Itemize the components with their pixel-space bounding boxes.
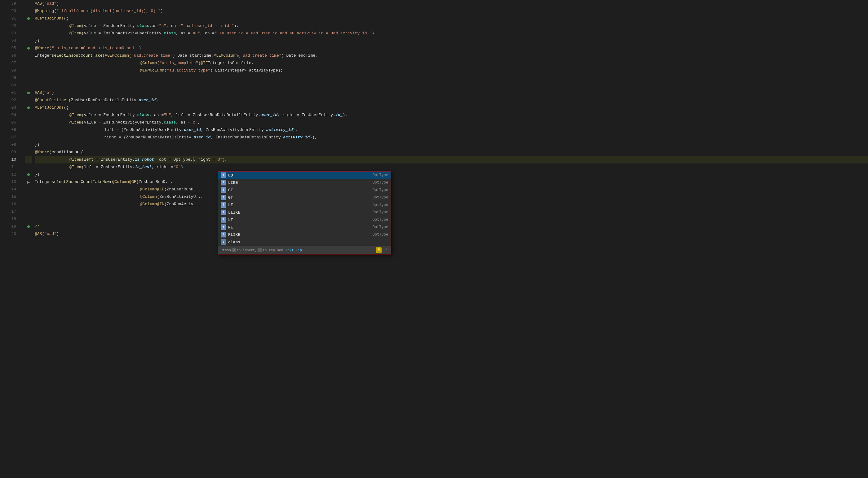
line-numbers: 89 90 91 92 93 94 95 96 97 98 99 00 01 0… <box>0 0 25 478</box>
line-num-99: 99 <box>0 74 20 82</box>
bulb-icon[interactable]: 💡 <box>376 247 382 253</box>
code-line-96: Integer selectZnsoutCountTake(@GE @Colum… <box>35 52 868 60</box>
line-num-92: 92 <box>0 22 20 30</box>
code-area: 89 90 91 92 93 94 95 96 97 98 99 00 01 0… <box>0 0 868 478</box>
autocomplete-icon-llike: f <box>221 210 226 215</box>
gutter-run-113[interactable]: ▶ <box>27 179 30 185</box>
line-num-115: 15 <box>0 193 20 201</box>
line-num-95: 95 <box>0 44 20 52</box>
token: @AS <box>35 0 42 7</box>
autocomplete-footer: Press ⏎ to insert, → to replace Next Tip… <box>218 246 391 254</box>
autocomplete-item-like[interactable]: f LIKE OptType <box>218 179 391 186</box>
code-line-111: @Item(left = ZnsUserEntity.is_test, righ… <box>35 164 868 171</box>
line-num-90: 90 <box>0 7 20 15</box>
autocomplete-item-eq[interactable]: f EQ OptType <box>218 172 391 179</box>
code-line-97: @Column("au.is_complete") @IF Integer is… <box>35 60 868 67</box>
line-num-119: 19 <box>0 223 20 230</box>
autocomplete-item-le[interactable]: f LE OptType <box>218 201 391 209</box>
autocomplete-item-class[interactable]: c class <box>218 238 391 246</box>
autocomplete-label-lt: LT <box>228 218 373 222</box>
autocomplete-item-lt[interactable]: f LT OptType <box>218 216 391 224</box>
autocomplete-icon-gt: f <box>221 195 226 200</box>
code-line-99 <box>35 74 868 82</box>
autocomplete-item-rlike[interactable]: f RLIKE OptType <box>218 231 391 238</box>
code-line-115: @Column(ZnsRunActivityU... <box>35 193 868 201</box>
autocomplete-item-gt[interactable]: f GT OptType <box>218 194 391 201</box>
gutter-breakpoint-91[interactable] <box>27 18 30 20</box>
autocomplete-type-ge: OptType <box>373 188 388 192</box>
code-line-89: @AS("uad") <box>35 0 868 7</box>
code-line-95: @Where(" u.is_robot=0 and u.is_test=0 an… <box>35 44 868 52</box>
autocomplete-icon-ge: f <box>221 187 226 193</box>
settings-icon[interactable]: ⋮ <box>385 248 388 252</box>
autocomplete-label-llike: LLIKE <box>228 210 373 215</box>
autocomplete-label-eq: EQ <box>228 173 373 178</box>
autocomplete-type-ne: OptType <box>373 225 388 229</box>
code-line-113: Integer selectZnsoutCountTakeNew(@Column… <box>35 178 868 186</box>
autocomplete-icon-le: f <box>221 202 226 208</box>
code-line-102: @CountDistinct(ZnsUserRunDataDetailsEnti… <box>35 97 868 104</box>
code-line-90: @Mapping(" ifnull(count(distinct(uad.use… <box>35 7 868 15</box>
line-num-89: 89 <box>0 0 20 7</box>
code-line-105: @Item(value = ZnsRunActivityUserEntity.c… <box>35 119 868 126</box>
autocomplete-icon-ne: f <box>221 225 226 230</box>
code-line-106: left = {ZnsRunActivityUserEntity.user_id… <box>35 126 868 134</box>
gutter-breakpoint-101[interactable] <box>27 92 30 94</box>
code-line-100 <box>35 82 868 89</box>
code-line-98: @IN @Column("au.activity_type") List<Int… <box>35 67 868 74</box>
autocomplete-item-ge[interactable]: f GE OptType <box>218 186 391 194</box>
line-num-112: 12 <box>0 171 20 178</box>
footer-press-text: Press <box>221 248 231 252</box>
line-num-101: 01 <box>0 89 20 97</box>
autocomplete-item-llike[interactable]: f LLIKE OptType <box>218 209 391 216</box>
autocomplete-label-gt: GT <box>228 195 373 200</box>
code-line-101: @AS("a") <box>35 89 868 97</box>
autocomplete-popup: f EQ OptType f LIKE OptType f GE OptType… <box>218 171 391 254</box>
editor-container: 89 90 91 92 93 94 95 96 97 98 99 00 01 0… <box>0 0 868 478</box>
code-line-94: }) <box>35 37 868 44</box>
footer-replace-text: to replace <box>262 248 283 252</box>
line-num-111: 11 <box>0 164 20 171</box>
line-num-93: 93 <box>0 30 20 37</box>
line-num-116: 16 <box>0 201 20 208</box>
autocomplete-item-ne[interactable]: f NE OptType <box>218 224 391 231</box>
autocomplete-type-rlike: OptType <box>373 233 388 237</box>
line-num-108: 08 <box>0 141 20 148</box>
autocomplete-type-llike: OptType <box>373 210 388 214</box>
autocomplete-label-like: LIKE <box>228 180 373 185</box>
code-line-117 <box>35 208 868 215</box>
autocomplete-label-ge: GE <box>228 188 373 193</box>
autocomplete-icon-eq: f <box>221 172 226 178</box>
line-num-91: 91 <box>0 15 20 22</box>
code-line-118 <box>35 215 868 223</box>
autocomplete-label-rlike: RLIKE <box>228 233 373 237</box>
line-num-113: 13 <box>0 178 20 186</box>
code-content[interactable]: @AS("uad") @Mapping(" ifnull(count(disti… <box>32 0 868 478</box>
code-line-112: }) <box>35 171 868 178</box>
autocomplete-icon-rlike: f <box>221 232 226 237</box>
footer-enter-key: ⏎ <box>231 248 236 252</box>
line-num-100: 00 <box>0 82 20 89</box>
next-tip-button[interactable]: Next Tip <box>285 248 302 252</box>
gutter-breakpoint-119[interactable] <box>27 226 30 228</box>
line-num-109: 09 <box>0 148 20 156</box>
gutter-breakpoint-103[interactable] <box>27 106 30 109</box>
gutter-breakpoint-95[interactable] <box>27 47 30 49</box>
line-num-104: 04 <box>0 111 20 119</box>
line-num-97: 97 <box>0 60 20 67</box>
gutter: ▶ <box>25 0 32 478</box>
code-line-107: right = {ZnsUserRunDataDetailsEntity.use… <box>35 134 868 141</box>
line-num-98: 98 <box>0 67 20 74</box>
line-num-110: 10 <box>0 156 20 164</box>
line-num-94: 94 <box>0 37 20 44</box>
line-num-117: 17 <box>0 208 20 215</box>
code-line-110: @Item(left = ZnsUserEntity.is_robot, opt… <box>35 156 868 164</box>
autocomplete-type-eq: OptType <box>373 173 388 177</box>
autocomplete-type-like: OptType <box>373 180 388 185</box>
code-line-116: @Column @IN(ZnsRunActiv... <box>35 201 868 208</box>
gutter-breakpoint-112[interactable] <box>27 173 30 176</box>
autocomplete-label-ne: NE <box>228 225 373 230</box>
autocomplete-label-le: LE <box>228 203 373 207</box>
code-line-108: }) <box>35 141 868 148</box>
footer-tab-key: → <box>258 248 262 252</box>
